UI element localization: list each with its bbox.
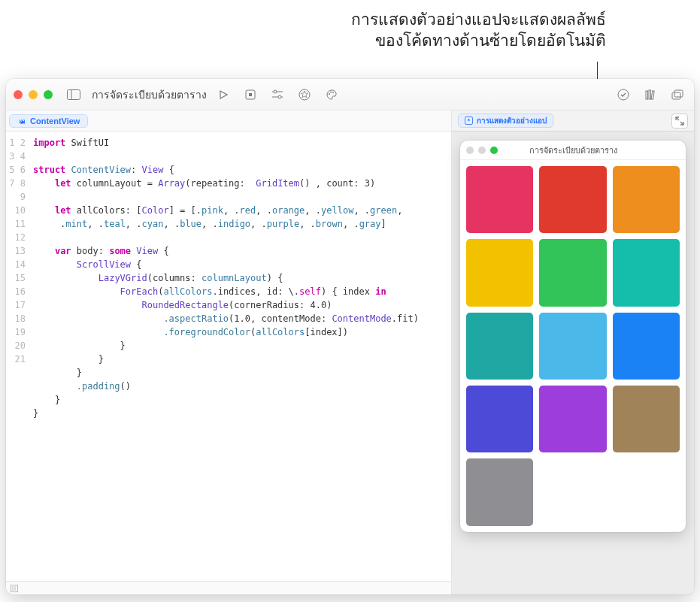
callout-annotation: การแสดงตัวอย่างแอปจะแสดงผลลัพธ์ ของโค้ดท… <box>351 9 606 52</box>
line-gutter: 1 2 3 4 5 6 7 8 9 10 11 12 13 14 15 16 1… <box>6 136 33 581</box>
color-tile <box>539 313 606 380</box>
file-tab-contentview[interactable]: ContentView <box>9 114 88 128</box>
sidebar-toggle-icon[interactable] <box>65 86 83 104</box>
color-tile <box>613 239 680 306</box>
stop-icon[interactable] <box>241 86 259 104</box>
simulated-app-window: การจัดระเบียบด้วยตาราง <box>460 141 686 532</box>
editor-tabstrip: ContentView <box>6 110 451 132</box>
svg-point-10 <box>330 91 332 92</box>
expand-icon <box>675 116 684 126</box>
svg-rect-0 <box>68 89 80 99</box>
svg-point-12 <box>618 89 629 100</box>
sim-titlebar: การจัดระเบียบด้วยตาราง <box>460 141 686 160</box>
code-editor[interactable]: 1 2 3 4 5 6 7 8 9 10 11 12 13 14 15 16 1… <box>6 132 451 581</box>
sliders-icon[interactable] <box>268 86 286 104</box>
content-split: ContentView 1 2 3 4 5 6 7 8 9 10 11 12 1… <box>6 110 694 594</box>
sim-zoom-icon <box>490 147 498 154</box>
code-text: import SwiftUI struct ContentView: View … <box>33 136 451 581</box>
close-icon[interactable] <box>14 90 23 99</box>
minimize-icon[interactable] <box>29 90 38 99</box>
svg-rect-18 <box>11 585 18 591</box>
annotation-line-1: การแสดงตัวอย่างแอปจะแสดงผลลัพธ์ <box>351 9 606 30</box>
file-tab-label: ContentView <box>30 116 80 126</box>
svg-point-9 <box>329 93 330 95</box>
svg-rect-14 <box>649 90 651 99</box>
color-grid <box>460 160 686 532</box>
toolbar-right-group <box>614 86 686 104</box>
color-tile <box>466 166 533 233</box>
color-tile <box>613 313 680 380</box>
swift-icon <box>17 116 26 126</box>
editor-pane: ContentView 1 2 3 4 5 6 7 8 9 10 11 12 1… <box>6 110 452 594</box>
color-tile <box>466 458 533 525</box>
color-tile <box>466 313 533 380</box>
preview-pane: การแสดงตัวอย่างแอป การจัดระเบียบด้วยตารา… <box>452 110 694 594</box>
toolbar-center-group <box>214 86 341 104</box>
library-icon[interactable] <box>641 86 659 104</box>
sim-close-icon <box>466 147 474 154</box>
checkmark-circle-icon[interactable] <box>614 86 632 104</box>
play-icon[interactable] <box>214 86 232 104</box>
app-preview-icon <box>465 116 473 125</box>
color-tile <box>539 166 606 233</box>
annotation-line-2: ของโค้ดทางด้านซ้ายโดยอัตโนมัติ <box>351 30 606 51</box>
preview-body: การจัดระเบียบด้วยตาราง <box>452 132 694 594</box>
svg-rect-3 <box>249 93 252 96</box>
preview-chip-label: การแสดงตัวอย่างแอป <box>477 115 547 126</box>
color-tile <box>613 386 680 452</box>
svg-point-11 <box>332 92 334 93</box>
color-tile <box>613 166 680 233</box>
preview-chip[interactable]: การแสดงตัวอย่างแอป <box>458 113 553 128</box>
svg-rect-13 <box>646 91 648 99</box>
svg-point-7 <box>278 95 281 98</box>
palette-icon[interactable] <box>323 86 341 104</box>
windows-icon[interactable] <box>668 86 686 104</box>
svg-rect-15 <box>651 90 654 98</box>
statusbar-icon <box>11 585 18 592</box>
svg-point-5 <box>274 90 277 93</box>
editor-statusbar <box>6 581 451 594</box>
color-tile <box>466 386 533 452</box>
window-titlebar: การจัดระเบียบด้วยตาราง <box>6 79 694 110</box>
expand-preview-button[interactable] <box>671 113 688 129</box>
color-tile <box>539 239 606 306</box>
window-title: การจัดระเบียบด้วยตาราง <box>92 86 207 103</box>
zoom-icon[interactable] <box>44 90 53 99</box>
color-tile <box>539 386 606 452</box>
star-icon[interactable] <box>295 86 314 104</box>
svg-rect-17 <box>674 90 683 97</box>
color-tile <box>466 239 533 306</box>
app-window: การจัดระเบียบด้วยตาราง <box>6 79 694 594</box>
preview-header: การแสดงตัวอย่างแอป <box>452 110 694 132</box>
sim-minimize-icon <box>478 147 486 154</box>
svg-rect-16 <box>672 92 680 99</box>
traffic-lights <box>14 90 53 99</box>
